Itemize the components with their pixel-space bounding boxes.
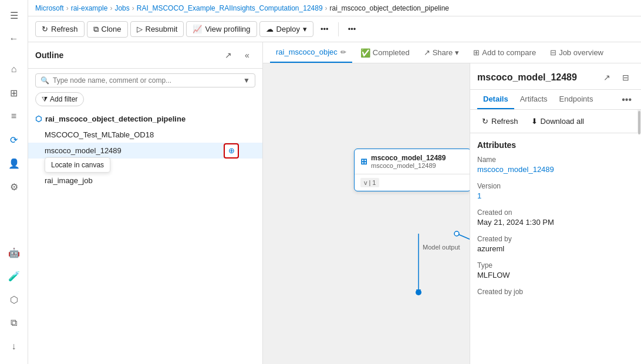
sidebar-nodes-icon[interactable]: ⬡ [4,289,25,310]
model-pipeline-node: ⊞ mscoco_model_12489 mscoco_model_12489 … [354,149,470,191]
sidebar-menu-icon[interactable]: ☰ [4,5,25,26]
canvas-area[interactable]: ⊞ mscoco_model_12489 mscoco_model_12489 … [263,63,470,364]
compare-icon: ⊞ [473,48,480,57]
bc-rai-example[interactable]: rai-example [71,4,108,12]
scrollbar-thumb[interactable] [638,111,640,134]
sidebar-grid-icon[interactable]: ⊞ [4,82,25,103]
rp-tab-more-button[interactable]: ••• [619,92,634,107]
extra-more-button[interactable]: ••• [343,22,361,36]
filter-icon: ▼ [243,76,250,85]
bc-jobs[interactable]: Jobs [114,4,129,12]
attr-type: Type MLFLOW [477,261,634,279]
add-to-compare-button[interactable]: ⊞ Add to compare [467,42,542,63]
bc-sep-1: › [66,4,69,12]
sidebar-robot-icon[interactable]: 🤖 [4,242,25,263]
sidebar-jobs-icon[interactable]: ⟳ [4,129,25,150]
deploy-button[interactable]: ☁ Deploy ▾ [259,21,313,37]
clone-button[interactable]: ⧉ Clone [87,21,128,38]
more-toolbar-button[interactable]: ••• [316,22,333,36]
attributes-section-title: Attributes [477,140,634,150]
right-panel-header: mscoco_model_12489 ↗ ⊟ [470,63,641,90]
sidebar-lab-icon[interactable]: 🧪 [4,265,25,287]
sidebar: ☰ ← ⌂ ⊞ ≡ ⟳ 👤 ⚙ 🤖 🧪 ⬡ ⧉ ↓ [0,0,28,364]
attr-type-value: MLFLOW [477,271,634,279]
svg-point-1 [416,289,421,295]
node-separator: | [369,179,371,186]
tree-child-item[interactable]: MSCOCO_Test_MLTable_OD18 [28,127,262,143]
svg-point-3 [454,231,459,236]
tree-child-item-selected[interactable]: mscoco_model_12489 ⊕ [28,143,262,159]
scrollbar-track [637,110,641,133]
attr-created-on-label: Created on [477,208,634,217]
attr-version-value[interactable]: 1 [477,191,634,200]
minimize-panel-button[interactable]: ⊟ [618,69,634,86]
search-icon: 🔍 [41,76,49,85]
attr-version: Version 1 [477,182,634,200]
refresh-button[interactable]: ↻ Refresh [35,21,85,37]
share-icon: ↗ [424,48,430,57]
locate-tooltip: Locate in canvas [45,157,110,173]
sidebar-layers-icon[interactable]: ⧉ [4,312,25,333]
attr-created-on-value: May 21, 2024 1:30 PM [477,218,634,227]
sidebar-list-icon[interactable]: ≡ [4,106,25,127]
search-input[interactable] [53,76,239,85]
node-icon: ⊞ [360,157,367,166]
view-profiling-button[interactable]: 📈 View profiling [186,21,257,37]
node-title: mscoco_model_12489 [371,154,446,162]
bc-sep-2: › [110,4,112,12]
attr-created-by-value: azureml [477,244,634,253]
completed-check-icon: ✅ [360,48,370,58]
endpoints-tab[interactable]: Endpoints [554,90,599,109]
artifacts-tab[interactable]: Artifacts [514,90,554,109]
download-all-button[interactable]: ⬇ Download all [527,114,589,128]
download-icon: ⬇ [531,117,538,126]
deploy-icon: ☁ [266,25,274,33]
outline-share-button[interactable]: ↗ [220,47,237,63]
clone-icon: ⧉ [93,25,99,34]
right-panel-icon-buttons: ↗ ⊟ [599,69,634,86]
canvas-panel-row: ⊞ mscoco_model_12489 mscoco_model_12489 … [263,63,641,364]
bc-job-name[interactable]: RAI_MSCOCO_Example_RAIInsights_Computati… [137,4,323,12]
rp-refresh-icon: ↻ [482,117,488,126]
canvas-svg [263,63,470,364]
locate-icon: ⊕ [228,146,235,155]
job-overview-button[interactable]: ⊟ Job overview [544,42,609,63]
sidebar-bottom-icon[interactable]: ↓ [4,336,25,357]
bc-microsoft[interactable]: Microsoft [35,4,64,12]
right-panel-tabs: Details Artifacts Endpoints ••• [470,90,641,110]
rp-refresh-button[interactable]: ↻ Refresh [477,114,523,128]
canvas-right-wrapper: rai_mscoco_objec ✏ ✅ Completed ↗ Share ▾… [263,42,641,364]
attr-type-label: Type [477,261,634,269]
bc-sep-4: › [325,4,328,12]
outline-header-actions: ↗ « [220,47,255,63]
sidebar-home-icon[interactable]: ⌂ [4,59,25,80]
edit-tab-icon[interactable]: ✏ [340,48,346,56]
attr-name: Name mscoco_model_12489 [477,156,634,174]
details-tab[interactable]: Details [477,90,514,109]
attr-created-by-job: Created by job [477,288,634,296]
main-toolbar: ↻ Refresh ⧉ Clone ▷ Resubmit 📈 View prof… [28,16,641,42]
sidebar-people-icon[interactable]: 👤 [4,153,25,174]
model-output-label: Model output [423,244,460,251]
attr-name-value[interactable]: mscoco_model_12489 [477,165,634,174]
profiling-icon: 📈 [193,25,202,33]
expand-panel-button[interactable]: ↗ [599,69,615,86]
resubmit-button[interactable]: ▷ Resubmit [130,21,184,37]
tree-child-item-rai[interactable]: rai_image_job [28,173,262,188]
connector-svg [263,63,470,364]
deploy-chevron-icon: ▾ [303,25,307,33]
share-button[interactable]: ↗ Share ▾ [418,42,465,63]
sidebar-settings-icon[interactable]: ⚙ [4,176,25,197]
attr-created-by-job-label: Created by job [477,288,634,296]
pipeline-icon: ⬡ [35,114,42,123]
sidebar-back-icon[interactable]: ← [4,28,25,49]
refresh-icon: ↻ [42,25,48,33]
status-area: ✅ Completed [355,42,416,63]
tree-root-item[interactable]: ⬡ rai_mscoco_object_detection_pipeline [28,111,262,127]
add-filter-button[interactable]: ⧩ Add filter [35,92,84,106]
outline-collapse-button[interactable]: « [239,47,255,63]
outline-panel: Outline ↗ « 🔍 ▼ ⧩ Add filter ⬡ rai_mscoc… [28,42,263,364]
tab-current-job[interactable]: rai_mscoco_objec ✏ [270,42,352,63]
locate-in-canvas-button[interactable]: ⊕ [224,143,239,159]
node-header: ⊞ mscoco_model_12489 mscoco_model_12489 [355,149,470,174]
